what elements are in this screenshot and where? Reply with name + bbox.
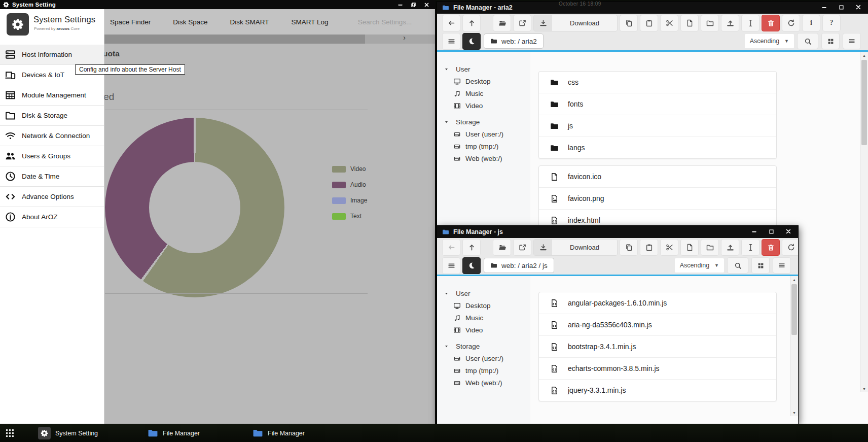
tree-item-tmp-tmp[interactable]: tmp (tmp:/): [437, 364, 530, 377]
tab-scrollbar-thumb[interactable]: [104, 35, 365, 44]
delete-button[interactable]: [762, 239, 780, 256]
sort-order-dropdown[interactable]: Ascending▼: [745, 34, 794, 48]
scrollbar[interactable]: ▲ ▼: [860, 52, 868, 392]
tree-group-user[interactable]: User: [437, 63, 530, 75]
open-new-window-button[interactable]: [513, 239, 531, 256]
tree-group-storage[interactable]: Storage: [437, 116, 530, 128]
search-button[interactable]: [727, 257, 748, 274]
new-file-button[interactable]: [680, 239, 699, 256]
sidebar-item-advance-options[interactable]: Advance Options: [0, 187, 104, 207]
fm2-titlebar[interactable]: File Manager - js: [437, 226, 798, 238]
system-settings-titlebar[interactable]: System Setting: [0, 0, 435, 9]
file-row-bootstrap-3-4-1-min-js[interactable]: bootstrap-3.4.1.min.js: [539, 336, 776, 358]
tab-disk-space[interactable]: Disk Space: [173, 18, 207, 26]
copy-button[interactable]: [620, 239, 638, 256]
scroll-down-icon[interactable]: ▼: [790, 409, 798, 416]
close-button[interactable]: [420, 1, 433, 8]
list-view-button[interactable]: [773, 257, 791, 274]
new-folder-button[interactable]: [701, 15, 719, 31]
maximize-button[interactable]: [765, 228, 778, 235]
list-view-button[interactable]: [843, 33, 861, 49]
sidebar-item-about-aroz[interactable]: About ArOZ: [0, 207, 104, 227]
delete-button[interactable]: [762, 15, 780, 31]
refresh-button[interactable]: [782, 239, 798, 256]
file-row-echarts-common-3-8-5-min-js[interactable]: echarts-common-3.8.5.min.js: [539, 358, 776, 380]
taskbar-item-system-setting-0[interactable]: System Setting: [35, 424, 101, 442]
scrollbar-thumb[interactable]: [791, 284, 797, 335]
fm1-titlebar[interactable]: File Manager - aria2 October 16 18:09: [437, 2, 868, 14]
file-row-angular-packages-1-6-10-min-js[interactable]: angular-packages-1.6.10.min.js: [539, 292, 776, 314]
file-row-jquery-3-3-1-min-js[interactable]: jquery-3.3.1.min.js: [539, 380, 776, 401]
minimize-button[interactable]: [817, 4, 830, 11]
tree-item-desktop[interactable]: Desktop: [437, 299, 530, 312]
breadcrumb[interactable]: web: / aria2 / js: [484, 258, 554, 273]
scroll-down-icon[interactable]: ▼: [860, 385, 868, 392]
upload-button[interactable]: [721, 15, 739, 31]
menu-button[interactable]: [442, 33, 460, 50]
scroll-up-icon[interactable]: ▲: [860, 52, 868, 59]
tab-smart-log[interactable]: SMART Log: [292, 18, 329, 26]
scrollbar[interactable]: ▲ ▼: [790, 276, 798, 416]
sidebar-item-disk-storage[interactable]: Disk & Storage: [0, 106, 104, 126]
taskbar-item-file-manager-2[interactable]: File Manager: [249, 424, 308, 442]
download-button[interactable]: Download: [533, 15, 618, 31]
rename-button[interactable]: [741, 239, 760, 256]
paste-button[interactable]: [640, 239, 658, 256]
scroll-up-icon[interactable]: ▲: [790, 276, 798, 283]
tree-item-tmp-tmp[interactable]: tmp (tmp:/): [437, 140, 530, 152]
tab-scrollbar[interactable]: ›: [104, 35, 435, 44]
copy-button[interactable]: [620, 15, 638, 31]
file-row-favicon-ico[interactable]: favicon.ico: [539, 166, 776, 188]
tree-item-web-web[interactable]: Web (web:/): [437, 377, 530, 389]
sort-order-dropdown[interactable]: Ascending▼: [675, 258, 724, 273]
info-button[interactable]: i: [802, 15, 820, 31]
rename-button[interactable]: [741, 15, 760, 31]
search-settings-input[interactable]: Search Settings...: [358, 18, 412, 26]
minimize-button[interactable]: [393, 1, 407, 8]
help-button[interactable]: ?: [822, 15, 841, 31]
refresh-button[interactable]: [782, 15, 800, 31]
open-new-window-button[interactable]: [513, 15, 531, 31]
open-folder-button[interactable]: [493, 15, 511, 31]
close-button[interactable]: [782, 228, 795, 235]
tab-disk-smart[interactable]: Disk SMART: [230, 18, 269, 26]
minimize-button[interactable]: [747, 228, 761, 235]
paste-button[interactable]: [640, 15, 658, 31]
scrollbar-thumb[interactable]: [861, 60, 867, 145]
sidebar-item-module-management[interactable]: Module Management: [0, 85, 104, 106]
close-button[interactable]: [852, 4, 865, 11]
tab-space-finder[interactable]: Space Finder: [110, 18, 151, 26]
download-button[interactable]: Download: [533, 239, 618, 256]
menu-button[interactable]: [442, 257, 460, 274]
up-button[interactable]: [462, 239, 481, 256]
file-row-favicon-png[interactable]: favicon.png: [539, 188, 776, 210]
upload-button[interactable]: [721, 239, 739, 256]
tree-group-storage[interactable]: Storage: [437, 340, 530, 352]
back-button[interactable]: [442, 239, 460, 256]
taskbar-item-file-manager-1[interactable]: File Manager: [144, 424, 203, 442]
tree-item-web-web[interactable]: Web (web:/): [437, 152, 530, 164]
new-file-button[interactable]: [680, 15, 699, 31]
cut-button[interactable]: [660, 15, 678, 31]
folder-row-fonts[interactable]: fonts: [539, 93, 776, 115]
dark-mode-button[interactable]: [462, 33, 481, 50]
tree-item-desktop[interactable]: Desktop: [437, 75, 530, 87]
folder-row-js[interactable]: js: [539, 115, 776, 137]
tree-item-music[interactable]: Music: [437, 87, 530, 99]
app-launcher-button[interactable]: [5, 428, 15, 438]
cut-button[interactable]: [660, 239, 678, 256]
back-button[interactable]: [442, 15, 460, 31]
sidebar-item-host-information[interactable]: Host Information: [0, 45, 104, 65]
restore-button[interactable]: [407, 1, 420, 8]
grid-view-button[interactable]: [821, 33, 840, 49]
new-folder-button[interactable]: [701, 239, 719, 256]
dark-mode-button[interactable]: [462, 257, 481, 274]
chevron-right-icon[interactable]: ›: [403, 33, 406, 42]
grid-view-button[interactable]: [751, 257, 770, 274]
file-row-aria-ng-da5356c403-min-js[interactable]: aria-ng-da5356c403.min.js: [539, 314, 776, 336]
search-button[interactable]: [797, 33, 818, 49]
folder-row-css[interactable]: css: [539, 72, 776, 93]
tree-group-user[interactable]: User: [437, 287, 530, 299]
up-button[interactable]: [462, 15, 481, 31]
open-folder-button[interactable]: [493, 239, 511, 256]
